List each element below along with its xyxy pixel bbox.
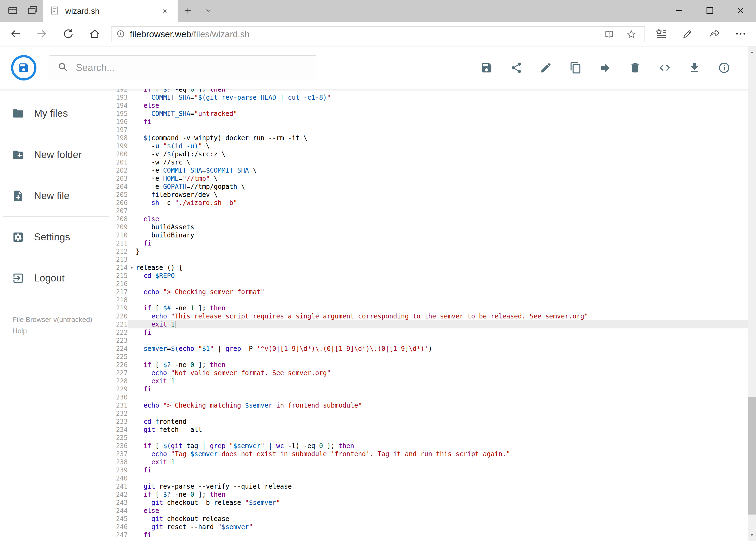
code-line-244[interactable]: 244 else <box>112 507 748 515</box>
download-button[interactable] <box>688 61 701 74</box>
scroll-down-button[interactable] <box>748 529 756 541</box>
code-text[interactable]: git rev-parse --verify --quiet release <box>136 482 748 490</box>
code-text[interactable]: buildAssets <box>136 223 748 231</box>
share-button[interactable] <box>510 61 523 74</box>
code-line-214[interactable]: 214▾release () { <box>112 264 748 272</box>
code-line-239[interactable]: 239 fi <box>112 466 748 474</box>
code-line-247[interactable]: 247 fi <box>112 531 748 539</box>
code-text[interactable] <box>136 207 748 215</box>
code-line-196[interactable]: 196 fi <box>112 118 748 126</box>
code-editor[interactable]: 192 if [ $? -eq 0 ]; then193 COMMIT_SHA=… <box>112 89 748 541</box>
code-text[interactable]: cd $REPO <box>136 272 748 280</box>
code-text[interactable]: fi <box>136 531 748 539</box>
code-line-216[interactable]: 216 <box>112 280 748 288</box>
set-tabs-aside-button[interactable] <box>23 0 43 22</box>
code-text[interactable]: echo "Tag $semver does not exist in subm… <box>136 450 748 458</box>
forward-button[interactable] <box>29 22 55 46</box>
code-text[interactable] <box>136 256 748 264</box>
code-text[interactable]: echo "> Checking matching $semver in fro… <box>136 401 748 409</box>
code-line-236[interactable]: 236 if [ $(git tag | grep "$semver" | wc… <box>112 442 748 450</box>
code-text[interactable]: if [ $? -ne 0 ]; then <box>136 490 748 499</box>
code-line-193[interactable]: 193 COMMIT_SHA="$(git rev-parse HEAD | c… <box>112 94 748 102</box>
code-view-button[interactable] <box>658 61 671 74</box>
tab-list-dropdown-button[interactable] <box>198 0 219 22</box>
maximize-button[interactable] <box>694 0 725 22</box>
code-line-246[interactable]: 246 git reset --hard "$semver" <box>112 523 748 531</box>
code-line-230[interactable]: 230 <box>112 393 748 401</box>
code-text[interactable]: else <box>136 507 748 515</box>
search-box[interactable] <box>49 55 316 80</box>
share-page-button[interactable] <box>701 22 727 46</box>
code-line-241[interactable]: 241 git rev-parse --verify --quiet relea… <box>112 482 748 490</box>
code-text[interactable] <box>136 353 748 361</box>
code-text[interactable] <box>136 296 748 304</box>
code-text[interactable]: if [ $(git tag | grep "$semver" | wc -l)… <box>136 442 748 450</box>
search-input[interactable] <box>76 62 308 74</box>
code-line-200[interactable]: 200 -v /$(pwd):/src:z \ <box>112 150 748 158</box>
code-text[interactable] <box>136 393 748 401</box>
sidebar-item-settings[interactable]: Settings <box>0 217 112 258</box>
code-line-222[interactable]: 222 fi <box>112 328 748 336</box>
code-text[interactable]: echo "> Checking semver format" <box>136 288 748 296</box>
code-text[interactable]: git fetch --all <box>136 426 748 434</box>
code-line-237[interactable]: 237 echo "Tag $semver does not exist in … <box>112 450 748 458</box>
site-info-icon[interactable] <box>116 29 126 40</box>
code-line-225[interactable]: 225 <box>112 353 748 361</box>
code-text[interactable] <box>136 280 748 288</box>
code-text[interactable]: -w //src \ <box>136 158 748 166</box>
code-line-223[interactable]: 223 <box>112 336 748 345</box>
tab-wizard-sh[interactable]: wizard.sh <box>43 0 177 22</box>
code-text[interactable]: exit 1 <box>136 377 748 385</box>
favorites-hub-button[interactable] <box>648 22 674 46</box>
code-line-202[interactable]: 202 -e COMMIT_SHA=$COMMIT_SHA \ <box>112 166 748 175</box>
code-line-233[interactable]: 233 cd frontend <box>112 417 748 426</box>
scrollbar-track[interactable] <box>748 59 756 529</box>
delete-button[interactable] <box>629 61 641 74</box>
save-button[interactable] <box>480 61 493 74</box>
back-button[interactable] <box>2 22 29 46</box>
code-text[interactable]: fi <box>136 385 748 393</box>
code-text[interactable] <box>136 409 748 417</box>
code-line-232[interactable]: 232 <box>112 409 748 417</box>
copy-button[interactable] <box>569 61 582 74</box>
code-line-231[interactable]: 231 echo "> Checking matching $semver in… <box>112 401 748 409</box>
sidebar-item-logout[interactable]: Logout <box>0 258 112 299</box>
code-line-192[interactable]: 192 if [ $? -eq 0 ]; then <box>112 89 748 94</box>
code-line-243[interactable]: 243 git checkout -b release "$semver" <box>112 499 748 507</box>
settings-more-button[interactable] <box>727 22 754 46</box>
code-text[interactable]: if [ $? -eq 0 ]; then <box>136 89 748 94</box>
edit-button[interactable] <box>540 61 553 74</box>
code-text[interactable] <box>136 336 748 345</box>
code-line-195[interactable]: 195 COMMIT_SHA="untracked" <box>112 110 748 118</box>
code-line-221[interactable]: 221 exit 1 <box>112 320 748 328</box>
address-bar[interactable]: filebrowser.web/files/wizard.sh <box>111 26 645 42</box>
code-line-242[interactable]: 242 if [ $? -ne 0 ]; then <box>112 490 748 499</box>
code-text[interactable]: semver=$(echo "$1" | grep -P '^v(0|[1-9]… <box>136 345 748 353</box>
code-line-245[interactable]: 245 git checkout release <box>112 515 748 523</box>
new-tab-button[interactable] <box>177 0 198 22</box>
code-text[interactable]: filebrowser/dev \ <box>136 191 748 199</box>
code-line-234[interactable]: 234 git fetch --all <box>112 426 748 434</box>
code-line-219[interactable]: 219 if [ $# -ne 1 ]; then <box>112 304 748 312</box>
code-line-226[interactable]: 226 if [ $? -ne 0 ]; then <box>112 361 748 369</box>
app-logo[interactable] <box>11 55 37 81</box>
home-button[interactable] <box>82 22 108 46</box>
code-text[interactable]: git checkout -b release "$semver" <box>136 499 748 507</box>
code-line-227[interactable]: 227 echo "Not valid semver format. See s… <box>112 369 748 377</box>
tab-preview-button[interactable] <box>3 0 23 22</box>
code-text[interactable]: exit 1 <box>136 458 748 466</box>
close-window-button[interactable] <box>725 0 756 22</box>
move-button[interactable] <box>599 61 612 74</box>
add-favorite-button[interactable] <box>623 27 640 42</box>
code-text[interactable] <box>136 126 748 134</box>
code-line-229[interactable]: 229 fi <box>112 385 748 393</box>
code-text[interactable]: -e COMMIT_SHA=$COMMIT_SHA \ <box>136 166 748 175</box>
code-line-198[interactable]: 198 $(command -v winpty) docker run --rm… <box>112 134 748 142</box>
code-text[interactable]: -e HOME="//tmp" \ <box>136 175 748 183</box>
code-text[interactable]: fi <box>136 328 748 336</box>
code-text[interactable]: $(command -v winpty) docker run --rm -it… <box>136 134 748 142</box>
code-line-201[interactable]: 201 -w //src \ <box>112 158 748 166</box>
code-line-209[interactable]: 209 buildAssets <box>112 223 748 231</box>
code-text[interactable]: echo "This release script requires a sin… <box>136 312 748 320</box>
code-text[interactable]: fi <box>136 239 748 248</box>
